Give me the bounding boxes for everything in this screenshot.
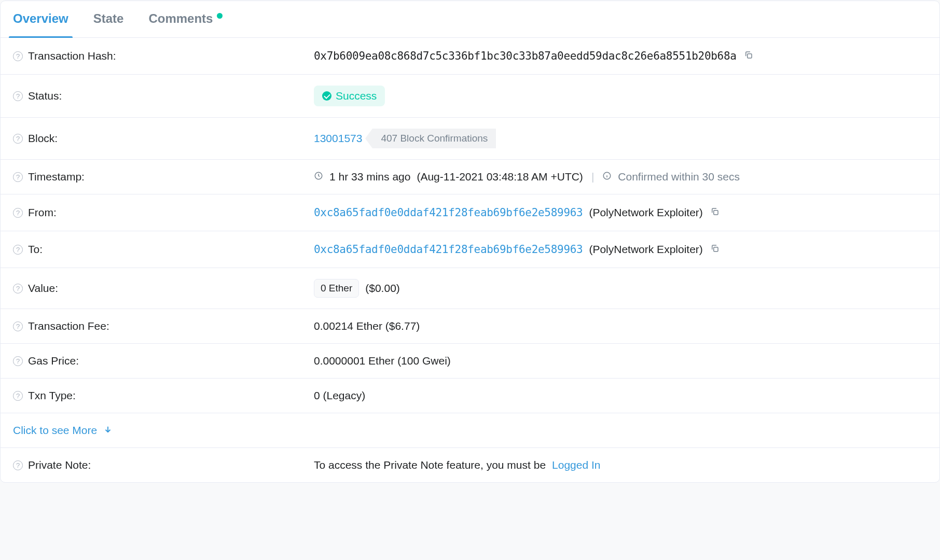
from-address-link[interactable]: 0xc8a65fadf0e0ddaf421f28feab69bf6e2e5899… [314,206,583,219]
value-amount-pill: 0 Ether [314,279,359,298]
svg-rect-3 [714,211,718,215]
label-timestamp: ? Timestamp: [13,171,314,183]
row-txn-type: ? Txn Type: 0 (Legacy) [1,379,939,413]
from-address-label: (PolyNetwork Exploiter) [589,206,702,219]
comments-indicator-dot [217,13,223,19]
row-txn-hash: ? Transaction Hash: 0x7b6009ea08c868d7c5… [1,38,939,75]
timestamp-relative: 1 hr 33 mins ago [329,171,410,183]
tabs: Overview State Comments [1,1,939,38]
transaction-card: Overview State Comments ? Transaction Ha… [0,1,940,483]
row-block: ? Block: 13001573 407 Block Confirmation… [1,118,939,160]
value-usd: ($0.00) [365,282,400,295]
label-value: ? Value: [13,282,314,295]
arrow-down-icon [103,424,113,437]
label-from: ? From: [13,206,314,219]
help-icon[interactable]: ? [13,172,23,182]
status-badge: Success [314,86,385,106]
logged-in-link[interactable]: Logged In [552,459,600,471]
help-icon[interactable]: ? [13,391,23,401]
tab-overview[interactable]: Overview [13,11,68,37]
info-icon [602,171,612,183]
row-from: ? From: 0xc8a65fadf0e0ddaf421f28feab69bf… [1,194,939,231]
label-to: ? To: [13,243,314,256]
block-number-link[interactable]: 13001573 [314,132,362,145]
row-status: ? Status: Success [1,75,939,118]
to-address-link[interactable]: 0xc8a65fadf0e0ddaf421f28feab69bf6e2e5899… [314,243,583,256]
help-icon[interactable]: ? [13,321,23,331]
tab-state[interactable]: State [93,11,124,37]
txn-hash-value: 0x7b6009ea08c868d7c5c336bf1bc30c33b87a0e… [314,50,737,62]
tab-comments-label: Comments [148,11,213,25]
txn-type-value: 0 (Legacy) [314,389,365,402]
label-txn-fee: ? Transaction Fee: [13,320,314,332]
row-to: ? To: 0xc8a65fadf0e0ddaf421f28feab69bf6e… [1,231,939,268]
copy-icon[interactable] [709,205,721,220]
label-block: ? Block: [13,132,314,145]
svg-rect-0 [747,54,751,58]
help-icon[interactable]: ? [13,460,23,470]
help-icon[interactable]: ? [13,134,23,144]
clock-icon [314,171,323,183]
help-icon[interactable]: ? [13,208,23,218]
row-value: ? Value: 0 Ether ($0.00) [1,268,939,309]
label-txn-hash: ? Transaction Hash: [13,50,314,62]
tab-comments[interactable]: Comments [148,11,223,37]
row-private-note: ? Private Note: To access the Private No… [1,448,939,482]
svg-rect-4 [714,247,718,251]
help-icon[interactable]: ? [13,51,23,61]
row-txn-fee: ? Transaction Fee: 0.00214 Ether ($6.77) [1,309,939,344]
see-more-link[interactable]: Click to see More [13,424,113,437]
see-more-row: Click to see More [1,413,939,448]
copy-icon[interactable] [743,49,754,63]
help-icon[interactable]: ? [13,91,23,101]
row-gas-price: ? Gas Price: 0.0000001 Ether (100 Gwei) [1,344,939,379]
private-note-text: To access the Private Note feature, you … [314,459,546,471]
label-private-note: ? Private Note: [13,459,314,471]
txn-fee-value: 0.00214 Ether ($6.77) [314,320,420,332]
to-address-label: (PolyNetwork Exploiter) [589,243,702,256]
help-icon[interactable]: ? [13,284,23,293]
timestamp-confirmed: Confirmed within 30 secs [618,171,740,183]
label-gas-price: ? Gas Price: [13,355,314,367]
block-confirmations-badge: 407 Block Confirmations [372,129,496,148]
label-status: ? Status: [13,90,314,102]
help-icon[interactable]: ? [13,356,23,366]
help-icon[interactable]: ? [13,245,23,255]
row-timestamp: ? Timestamp: 1 hr 33 mins ago (Aug-11-20… [1,160,939,194]
label-txn-type: ? Txn Type: [13,389,314,402]
check-circle-icon [322,91,331,101]
copy-icon[interactable] [709,242,721,257]
timestamp-absolute: (Aug-11-2021 03:48:18 AM +UTC) [417,171,583,183]
gas-price-value: 0.0000001 Ether (100 Gwei) [314,355,451,367]
